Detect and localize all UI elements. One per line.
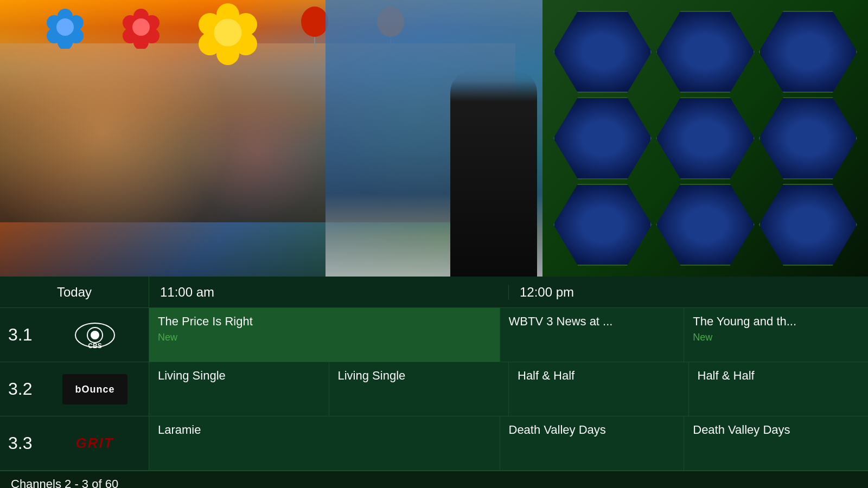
stage-hex-panels [542,0,868,277]
channel-info-3-1: 3.1 CBS [0,308,149,362]
channel-number-3-2: 3.2 [8,379,41,399]
bounce-logo-icon: bOunce [68,377,122,399]
time-header-12pm: 12:00 pm [509,285,868,300]
guide-header-channel-col: Today [0,277,149,307]
program-cell-living-single-1[interactable]: Living Single [149,362,329,416]
channel-number-3-3: 3.3 [8,433,41,453]
program-badge-new: New [693,332,859,343]
program-badge-new: New [158,332,491,343]
svg-point-20 [214,19,242,47]
today-label: Today [57,285,92,300]
program-title: Laramie [158,423,491,437]
svg-text:CBS: CBS [88,342,101,350]
host-figure [450,70,537,277]
channel-info-3-2: 3.2 bOunce [0,362,149,416]
svg-point-6 [56,18,74,36]
time-header-11am: 11:00 am [149,285,509,300]
video-preview [0,0,868,277]
program-cell-death-valley-2[interactable]: Death Valley Days [684,416,868,470]
channel-row-3-1: 3.1 CBS The Price Is Right New [0,308,868,362]
guide-header: Today 11:00 am 12:00 pm [0,277,868,308]
svg-point-21 [301,7,328,37]
program-cell-laramie[interactable]: Laramie [149,416,500,470]
program-title: Death Valley Days [693,423,859,437]
program-title: Death Valley Days [509,423,675,437]
channel-logo-bounce: bOunce [49,374,141,404]
grit-logo-text: GRIT [75,435,113,452]
program-title: The Price Is Right [158,314,491,329]
program-cell-half-and-half-2[interactable]: Half & Half [689,362,869,416]
program-title: Living Single [158,369,320,383]
program-cell-price-is-right[interactable]: The Price Is Right New [149,308,500,362]
program-title: Half & Half [698,369,860,383]
flower-decoration [119,5,163,49]
tv-guide: Today 11:00 am 12:00 pm 3.1 CBS [0,277,868,488]
channels-count: Channels 2 - 3 of 60 [11,477,118,489]
cbs-eye-icon: CBS [73,320,117,350]
flower-decoration [195,0,260,65]
channel-logo-grit: GRIT [49,435,141,452]
svg-point-27 [91,331,99,339]
program-title: Half & Half [518,369,680,383]
svg-text:bOunce: bOunce [75,384,114,395]
program-cell-living-single-2[interactable]: Living Single [329,362,509,416]
channel-row-3-2: 3.2 bOunce Living Single Living Single H… [0,362,868,416]
program-title: The Young and th... [693,314,859,329]
program-cells-3-1: The Price Is Right New WBTV 3 News at ..… [149,308,868,362]
program-cell-wbtv-news[interactable]: WBTV 3 News at ... [500,308,685,362]
channel-row-3-3: 3.3 GRIT Laramie Death Valley Days Death… [0,416,868,471]
program-title: WBTV 3 News at ... [509,314,675,329]
channel-info-3-3: 3.3 GRIT [0,416,149,470]
program-cells-3-3: Laramie Death Valley Days Death Valley D… [149,416,868,470]
program-cell-young-restless[interactable]: The Young and th... New [684,308,868,362]
program-cells-3-2: Living Single Living Single Half & Half … [149,362,868,416]
guide-footer: Channels 2 - 3 of 60 [0,471,868,488]
program-cell-half-and-half-1[interactable]: Half & Half [509,362,689,416]
program-title: Living Single [338,369,500,383]
bounce-logo-text: bOunce [62,374,127,404]
svg-point-13 [132,18,150,36]
program-cell-death-valley-1[interactable]: Death Valley Days [500,416,685,470]
channel-number-3-1: 3.1 [8,325,41,345]
channel-logo-cbs: CBS [49,320,141,350]
flower-decoration [43,5,87,49]
